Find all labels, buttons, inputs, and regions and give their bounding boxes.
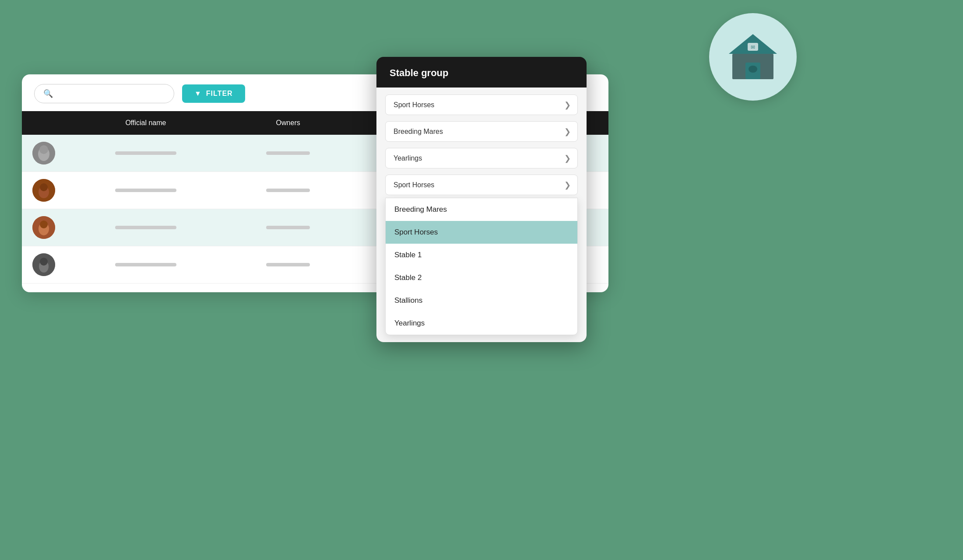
- item-label: Yearlings: [394, 319, 425, 327]
- owners-cell: [226, 209, 351, 246]
- svg-text:✉: ✉: [751, 44, 755, 50]
- dropdown-item-stallions[interactable]: Stallions: [386, 289, 577, 312]
- stable-group-panel: Stable group Sport Horses Breeding Mares…: [376, 57, 587, 342]
- select-row-2: Breeding Mares Sport Horses Yearlings St…: [385, 121, 578, 142]
- panel-header: Stable group: [376, 57, 587, 88]
- avatar: [32, 179, 55, 202]
- avatar-cell: [22, 135, 66, 172]
- select-row-1: Sport Horses Breeding Mares Yearlings St…: [385, 94, 578, 115]
- stable-group-select-1[interactable]: Sport Horses Breeding Mares Yearlings St…: [385, 94, 578, 115]
- svg-point-17: [40, 258, 48, 266]
- name-cell: [66, 246, 226, 284]
- filter-button[interactable]: ▼ FILTER: [182, 84, 245, 103]
- stable-group-select-2[interactable]: Breeding Mares Sport Horses Yearlings St…: [385, 121, 578, 142]
- item-label: Breeding Mares: [394, 205, 447, 214]
- name-cell: [66, 209, 226, 246]
- avatar-cell: [22, 172, 66, 209]
- dropdown-item-yearlings[interactable]: Yearlings: [386, 312, 577, 335]
- avatar: [32, 216, 55, 239]
- owners-cell: [226, 172, 351, 209]
- item-label: Stallions: [394, 296, 422, 304]
- svg-point-11: [40, 183, 48, 191]
- svg-point-14: [40, 220, 48, 228]
- stable-group-select-3[interactable]: Yearlings Sport Horses Breeding Mares St…: [385, 148, 578, 168]
- barn-icon: ✉: [724, 28, 781, 86]
- item-label: Stable 1: [394, 251, 422, 259]
- search-icon: 🔍: [43, 89, 53, 98]
- panel-title: Stable group: [390, 67, 448, 78]
- col-owners: Owners: [226, 111, 351, 135]
- owners-cell: [226, 135, 351, 172]
- dropdown-item-breeding-mares[interactable]: Breeding Mares: [386, 198, 577, 221]
- barn-logo: ✉: [709, 13, 797, 101]
- owners-cell: [226, 246, 351, 284]
- name-cell: [66, 135, 226, 172]
- col-official-name: Official name: [66, 111, 226, 135]
- avatar-cell: [22, 246, 66, 284]
- col-avatar: [22, 111, 66, 135]
- panel-body: Sport Horses Breeding Mares Yearlings St…: [376, 88, 587, 342]
- avatar-cell: [22, 209, 66, 246]
- item-label: Stable 2: [394, 273, 422, 282]
- filter-label: FILTER: [206, 90, 233, 98]
- name-cell: [66, 172, 226, 209]
- search-box: 🔍: [34, 84, 174, 103]
- dropdown-list: Breeding Mares Sport Horses Stable 1 Sta…: [385, 198, 578, 335]
- svg-point-8: [39, 145, 48, 154]
- avatar: [32, 253, 55, 276]
- dropdown-item-sport-horses[interactable]: Sport Horses: [386, 221, 577, 244]
- select-row-3: Yearlings Sport Horses Breeding Mares St…: [385, 148, 578, 168]
- dropdown-item-stable-1[interactable]: Stable 1: [386, 244, 577, 266]
- avatar: [32, 142, 55, 164]
- select-row-4: Sport Horses Breeding Mares Yearlings St…: [385, 175, 578, 195]
- dropdown-item-stable-2[interactable]: Stable 2: [386, 266, 577, 289]
- item-label: Sport Horses: [394, 228, 438, 236]
- svg-point-5: [749, 66, 757, 73]
- filter-icon: ▼: [194, 90, 202, 98]
- search-input[interactable]: [57, 90, 165, 98]
- stable-group-select-4[interactable]: Sport Horses Breeding Mares Yearlings St…: [385, 175, 578, 195]
